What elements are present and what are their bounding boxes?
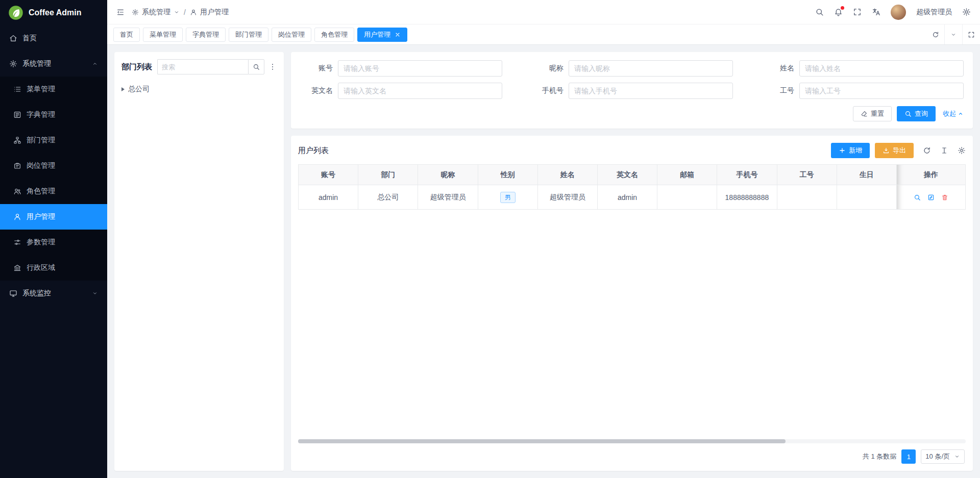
col-nickname: 昵称 bbox=[418, 165, 478, 185]
user-table-body: admin 总公司 超级管理员 男 超级管理员 admin 1888888888… bbox=[299, 185, 966, 210]
sidebar-subitem-admin-region[interactable]: 行政区域 bbox=[0, 255, 107, 281]
english-name-input[interactable] bbox=[338, 83, 502, 99]
delete-icon[interactable] bbox=[941, 194, 948, 201]
tree-node-label: 总公司 bbox=[128, 85, 150, 94]
coffee-logo-icon bbox=[8, 5, 23, 20]
cell-birthday bbox=[837, 185, 896, 210]
col-work-no: 工号 bbox=[777, 165, 837, 185]
sidebar-menu: 首页 系统管理 菜单管理 字典管理 部门管理 bbox=[0, 26, 107, 306]
phone-input[interactable] bbox=[569, 83, 733, 99]
work-no-input[interactable] bbox=[799, 83, 964, 99]
download-icon bbox=[883, 147, 890, 154]
breadcrumb-system-management[interactable]: 系统管理 bbox=[132, 8, 180, 17]
tab-label: 菜单管理 bbox=[150, 30, 176, 39]
tab-bar: 首页 菜单管理 字典管理 部门管理 岗位管理 角色管理 用户管理 bbox=[107, 24, 980, 45]
tab-post-management[interactable]: 岗位管理 bbox=[272, 28, 311, 42]
department-search bbox=[157, 59, 264, 74]
filter-actions: 重置 查询 收起 bbox=[300, 106, 964, 121]
view-icon[interactable] bbox=[914, 194, 921, 201]
sidebar-subitem-post-management[interactable]: 岗位管理 bbox=[0, 153, 107, 179]
tab-dictionary-management[interactable]: 字典管理 bbox=[186, 28, 226, 42]
tab-menu-management[interactable]: 菜单管理 bbox=[143, 28, 183, 42]
field-label: 姓名 bbox=[762, 64, 794, 73]
sidebar-item-home[interactable]: 首页 bbox=[0, 26, 107, 51]
chevron-up-icon bbox=[92, 61, 98, 67]
field-label: 昵称 bbox=[531, 64, 564, 73]
current-user-name[interactable]: 超级管理员 bbox=[916, 8, 952, 17]
sidebar-subitem-label: 用户管理 bbox=[27, 212, 55, 221]
search-icon bbox=[253, 63, 260, 70]
menu-fold-icon[interactable] bbox=[116, 8, 125, 16]
pagination: 共 1 条数据 1 10 条/页 bbox=[298, 448, 966, 467]
add-button[interactable]: 新增 bbox=[831, 143, 870, 158]
tab-role-management[interactable]: 角色管理 bbox=[314, 28, 354, 42]
user-list-card: 用户列表 新增 导出 bbox=[291, 136, 973, 471]
department-search-button[interactable] bbox=[248, 59, 264, 74]
refresh-icon[interactable] bbox=[923, 146, 931, 155]
nickname-input[interactable] bbox=[569, 60, 733, 77]
tab-user-management[interactable]: 用户管理 bbox=[357, 28, 407, 42]
refresh-icon[interactable] bbox=[927, 24, 944, 44]
sidebar-subitem-menu-management[interactable]: 菜单管理 bbox=[0, 77, 107, 102]
account-input[interactable] bbox=[338, 60, 502, 77]
avatar[interactable] bbox=[891, 5, 906, 20]
sidebar-item-system-management[interactable]: 系统管理 bbox=[0, 51, 107, 77]
filter-form: 账号 昵称 姓名 英文名 bbox=[300, 60, 964, 99]
horizontal-scrollbar[interactable] bbox=[298, 439, 966, 443]
caret-right-icon[interactable] bbox=[121, 87, 125, 91]
gear-icon[interactable] bbox=[962, 8, 971, 16]
sidebar-subitem-dictionary-management[interactable]: 字典管理 bbox=[0, 102, 107, 128]
reset-button[interactable]: 重置 bbox=[853, 106, 892, 121]
chevron-up-icon bbox=[958, 111, 964, 117]
sidebar-subitem-user-management[interactable]: 用户管理 bbox=[0, 204, 107, 230]
breadcrumb-user-management[interactable]: 用户管理 bbox=[190, 8, 229, 17]
scrollbar-thumb[interactable] bbox=[298, 439, 786, 443]
page-size-select[interactable]: 10 条/页 bbox=[921, 449, 965, 464]
gear-icon[interactable] bbox=[958, 146, 966, 155]
tab-tools bbox=[927, 24, 980, 44]
right-column: 账号 昵称 姓名 英文名 bbox=[291, 52, 973, 471]
field-label: 账号 bbox=[300, 64, 333, 73]
name-input[interactable] bbox=[799, 60, 964, 77]
pagination-total: 共 1 条数据 bbox=[863, 452, 896, 461]
user-icon bbox=[190, 9, 197, 16]
page-button-1[interactable]: 1 bbox=[901, 449, 916, 464]
sidebar-item-system-monitor[interactable]: 系统监控 bbox=[0, 281, 107, 306]
col-name: 姓名 bbox=[537, 165, 597, 185]
tab-close-icon[interactable] bbox=[395, 32, 401, 38]
notification-bell-icon[interactable] bbox=[834, 8, 843, 16]
translate-icon[interactable] bbox=[872, 8, 880, 16]
sidebar-item-label: 首页 bbox=[22, 34, 37, 43]
breadcrumb: 系统管理 / 用户管理 bbox=[132, 8, 229, 17]
more-vertical-icon[interactable] bbox=[268, 63, 277, 71]
col-english-name: 英文名 bbox=[597, 165, 657, 185]
tree-node-head-office[interactable]: 总公司 bbox=[121, 83, 277, 96]
department-search-input[interactable] bbox=[157, 59, 248, 74]
app-root: Coffee Admin 首页 系统管理 菜单管理 字典管理 bbox=[0, 0, 980, 478]
tab-home[interactable]: 首页 bbox=[113, 28, 140, 42]
tab-label: 首页 bbox=[120, 30, 133, 39]
density-icon[interactable] bbox=[940, 146, 948, 155]
query-button[interactable]: 查询 bbox=[897, 106, 936, 121]
chevron-down-icon[interactable] bbox=[945, 24, 962, 44]
sidebar-item-label: 系统管理 bbox=[22, 59, 51, 68]
content-fullscreen-icon[interactable] bbox=[963, 24, 980, 44]
monitor-icon bbox=[9, 289, 17, 297]
user-table: 账号 部门 昵称 性别 姓名 英文名 邮箱 手机号 工号 生日 操作 bbox=[298, 164, 966, 210]
collapse-link[interactable]: 收起 bbox=[943, 109, 964, 118]
collapse-label: 收起 bbox=[943, 109, 956, 118]
department-tree: 总公司 bbox=[121, 83, 277, 96]
fullscreen-icon[interactable] bbox=[853, 8, 862, 16]
page-content: 部门列表 总公司 bbox=[107, 45, 980, 478]
app-logo[interactable]: Coffee Admin bbox=[0, 0, 107, 26]
tab-label: 角色管理 bbox=[321, 30, 348, 39]
sidebar-subitem-department-management[interactable]: 部门管理 bbox=[0, 128, 107, 153]
gear-icon bbox=[9, 60, 17, 68]
search-icon[interactable] bbox=[815, 8, 824, 16]
header-actions: 超级管理员 bbox=[815, 5, 971, 20]
sidebar-subitem-parameter-management[interactable]: 参数管理 bbox=[0, 230, 107, 255]
tab-department-management[interactable]: 部门管理 bbox=[229, 28, 268, 42]
export-button[interactable]: 导出 bbox=[875, 143, 914, 158]
sidebar-subitem-role-management[interactable]: 角色管理 bbox=[0, 179, 107, 204]
edit-icon[interactable] bbox=[927, 194, 935, 201]
